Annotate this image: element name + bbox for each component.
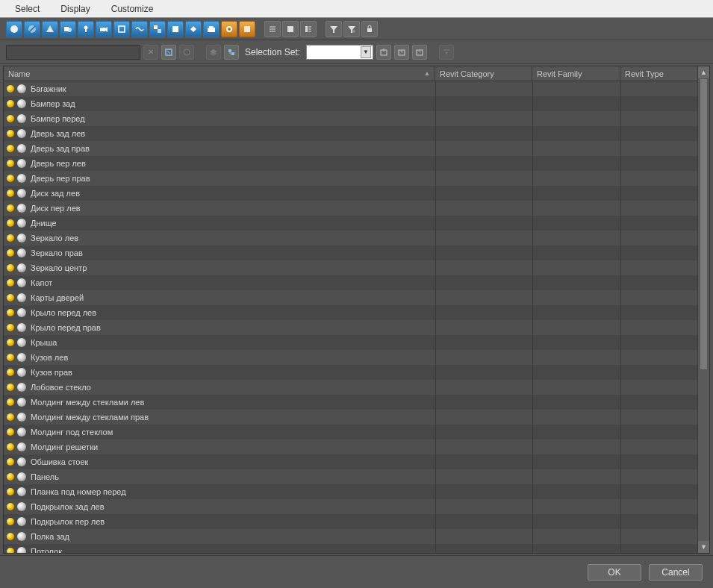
lightbulb-icon[interactable] bbox=[7, 548, 14, 553]
lightbulb-icon[interactable] bbox=[7, 190, 14, 197]
display-containers-icon[interactable] bbox=[203, 21, 219, 37]
remove-from-selset-icon[interactable]: − bbox=[412, 45, 427, 60]
lightbulb-icon[interactable] bbox=[7, 309, 14, 316]
lightbulb-icon[interactable] bbox=[7, 249, 14, 257]
display-none-icon[interactable] bbox=[24, 21, 40, 37]
display-xrefs-icon[interactable] bbox=[167, 21, 184, 37]
column-name[interactable]: Name bbox=[4, 66, 435, 81]
display-groups-icon[interactable] bbox=[149, 21, 166, 37]
table-row[interactable]: Дверь пер лев bbox=[4, 156, 697, 171]
display-lights-icon[interactable] bbox=[78, 21, 94, 37]
lightbulb-icon[interactable] bbox=[7, 324, 14, 331]
table-row[interactable]: Днище bbox=[4, 216, 697, 231]
detail-view-icon[interactable] bbox=[300, 21, 317, 37]
selected-view-icon[interactable] bbox=[282, 21, 299, 37]
lightbulb-icon[interactable] bbox=[7, 458, 14, 466]
table-row[interactable]: Подкрылок зад лев bbox=[4, 499, 697, 514]
lightbulb-icon[interactable] bbox=[7, 369, 14, 376]
lightbulb-icon[interactable] bbox=[7, 473, 14, 481]
table-row[interactable]: Планка под номер перед bbox=[4, 484, 697, 499]
toolbar-options-icon[interactable] bbox=[439, 45, 454, 60]
vertical-scrollbar[interactable]: ▲ ▼ bbox=[697, 66, 709, 553]
lightbulb-icon[interactable] bbox=[7, 219, 14, 227]
layers-icon[interactable] bbox=[206, 45, 221, 60]
table-row[interactable]: Бампер зад bbox=[4, 96, 697, 111]
scroll-down-icon[interactable]: ▼ bbox=[698, 541, 709, 553]
lightbulb-icon[interactable] bbox=[7, 175, 14, 182]
lightbulb-icon[interactable] bbox=[7, 145, 14, 152]
table-row[interactable]: Молдинг решетки bbox=[4, 440, 697, 454]
lightbulb-icon[interactable] bbox=[7, 130, 14, 137]
lightbulb-icon[interactable] bbox=[7, 488, 14, 495]
display-hidden-icon[interactable] bbox=[239, 21, 255, 37]
display-bones-icon[interactable] bbox=[185, 21, 202, 37]
lightbulb-icon[interactable] bbox=[7, 518, 14, 525]
lightbulb-icon[interactable] bbox=[7, 85, 14, 93]
table-row[interactable]: Диск зад лев bbox=[4, 186, 697, 201]
lightbulb-icon[interactable] bbox=[7, 160, 14, 167]
lightbulb-icon[interactable] bbox=[7, 533, 14, 540]
table-row[interactable]: Багажник bbox=[4, 81, 697, 96]
display-helpers-icon[interactable] bbox=[113, 21, 130, 37]
display-cameras-icon[interactable] bbox=[96, 21, 112, 37]
lightbulb-icon[interactable] bbox=[7, 443, 14, 451]
lightbulb-icon[interactable] bbox=[7, 294, 14, 301]
table-row[interactable]: Кузов прав bbox=[4, 365, 697, 380]
lightbulb-icon[interactable] bbox=[7, 115, 14, 122]
menu-select[interactable]: Select bbox=[4, 1, 50, 16]
display-spacewarps-icon[interactable] bbox=[131, 21, 148, 37]
display-frozen-icon[interactable] bbox=[221, 21, 237, 37]
add-to-selset-icon[interactable]: + bbox=[394, 45, 409, 60]
table-row[interactable]: Панель bbox=[4, 469, 697, 484]
selection-set-combo[interactable]: ▼ bbox=[306, 45, 373, 60]
table-row[interactable]: Зеркало лев bbox=[4, 231, 697, 245]
search-input[interactable] bbox=[6, 45, 140, 60]
display-geometry-icon[interactable] bbox=[42, 21, 58, 37]
lightbulb-icon[interactable] bbox=[7, 354, 14, 361]
sync-selection-icon[interactable] bbox=[179, 45, 194, 60]
filter-icon[interactable] bbox=[326, 21, 342, 37]
table-row[interactable]: Диск пер лев bbox=[4, 201, 697, 216]
table-row[interactable]: Подкрылок пер лев bbox=[4, 514, 697, 529]
column-revit-family[interactable]: Revit Family bbox=[532, 66, 620, 81]
lightbulb-icon[interactable] bbox=[7, 503, 14, 510]
display-shapes-icon[interactable] bbox=[60, 21, 76, 37]
filter-config-icon[interactable] bbox=[343, 21, 360, 37]
lightbulb-icon[interactable] bbox=[7, 234, 14, 242]
lightbulb-icon[interactable] bbox=[7, 339, 14, 346]
table-row[interactable]: Обшивка стоек bbox=[4, 454, 697, 469]
select-children-icon[interactable] bbox=[224, 45, 239, 60]
menu-customize[interactable]: Customize bbox=[101, 1, 164, 16]
table-row[interactable]: Бампер перед bbox=[4, 111, 697, 126]
lightbulb-icon[interactable] bbox=[7, 204, 14, 212]
chevron-down-icon[interactable]: ▼ bbox=[361, 46, 371, 58]
table-row[interactable]: Дверь зад лев bbox=[4, 126, 697, 141]
table-row[interactable]: Крыло перед прав bbox=[4, 320, 697, 335]
table-row[interactable]: Карты дверей bbox=[4, 290, 697, 305]
table-row[interactable]: Полка зад bbox=[4, 529, 697, 544]
cancel-button[interactable]: Cancel bbox=[649, 564, 703, 581]
column-revit-type[interactable]: Revit Type bbox=[620, 66, 694, 81]
lightbulb-icon[interactable] bbox=[7, 384, 14, 391]
table-row[interactable]: Капот bbox=[4, 275, 697, 290]
table-row[interactable]: Зеркало прав bbox=[4, 245, 697, 260]
table-row[interactable]: Лобовое стекло bbox=[4, 380, 697, 395]
clear-search-icon[interactable]: ✕ bbox=[143, 45, 158, 60]
menu-display[interactable]: Display bbox=[50, 1, 100, 16]
list-view-icon[interactable] bbox=[264, 21, 281, 37]
table-row[interactable]: Потолок bbox=[4, 544, 697, 553]
lightbulb-icon[interactable] bbox=[7, 398, 14, 406]
column-revit-category[interactable]: Revit Category bbox=[435, 66, 532, 81]
table-row[interactable]: Кузов лев bbox=[4, 350, 697, 365]
lock-column-icon[interactable] bbox=[361, 21, 378, 37]
table-row[interactable]: Молдинг под стеклом bbox=[4, 425, 697, 440]
table-row[interactable]: Крыло перед лев bbox=[4, 305, 697, 320]
table-row[interactable]: Зеркало центр bbox=[4, 260, 697, 275]
lightbulb-icon[interactable] bbox=[7, 428, 14, 436]
scroll-thumb[interactable] bbox=[700, 78, 708, 370]
ok-button[interactable]: OK bbox=[588, 564, 641, 581]
table-row[interactable]: Молдинг между стеклами прав bbox=[4, 410, 697, 425]
table-row[interactable]: Дверь пер прав bbox=[4, 171, 697, 186]
find-case-icon[interactable] bbox=[161, 45, 176, 60]
lightbulb-icon[interactable] bbox=[7, 100, 14, 107]
